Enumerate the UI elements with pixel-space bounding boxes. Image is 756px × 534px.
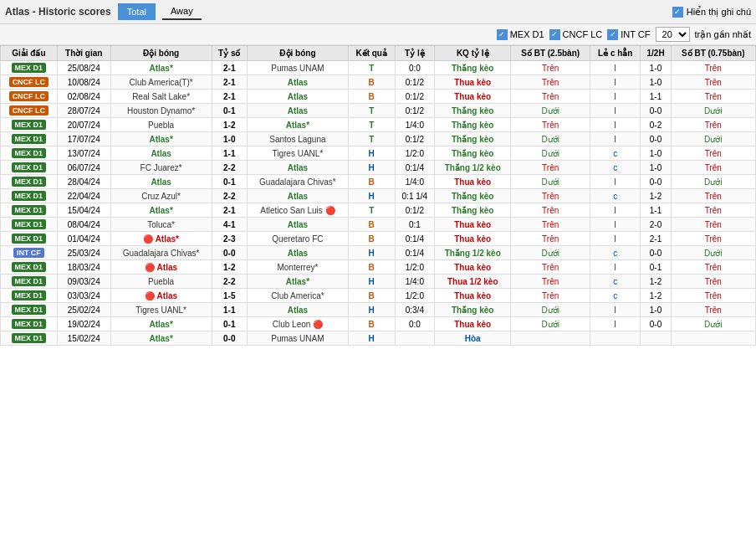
int-cf-checkbox[interactable]: ✓ — [607, 29, 618, 40]
cell-league: MEX D1 — [1, 146, 58, 161]
table-row: CNCF LC02/08/24Real Salt Lake*2-1AtlasB0… — [1, 90, 756, 104]
show-notes-toggle[interactable]: ✓ Hiển thị ghi chú — [672, 7, 751, 18]
cell-result: T — [348, 104, 395, 118]
cell-date: 28/04/24 — [57, 175, 110, 189]
count-select[interactable]: 20 10 30 — [656, 27, 690, 42]
cell-sobt: Trên — [511, 75, 590, 90]
table-row: MEX D113/07/24Atlas1-1Tigres UANL*H1/2:0… — [1, 146, 756, 161]
cell-team2: Atlas* — [248, 118, 349, 132]
show-notes-checkbox[interactable]: ✓ — [672, 7, 683, 18]
cell-league: MEX D1 — [1, 118, 58, 132]
cell-lechan: l — [590, 75, 641, 90]
cell-date: 10/08/24 — [57, 75, 110, 90]
cell-sobt — [511, 331, 590, 346]
cell-team1: Atlas* — [110, 317, 212, 331]
cell-sobt: Trên — [511, 90, 590, 104]
cell-odds: 1/4:0 — [395, 175, 434, 189]
cell-half: 1-0 — [641, 61, 671, 75]
cell-team2: Atlas — [248, 104, 349, 118]
cell-date: 15/02/24 — [57, 331, 110, 346]
mex-d1-checkbox[interactable]: ✓ — [497, 29, 508, 40]
cell-date: 19/02/24 — [57, 317, 110, 331]
cell-team1: FC Juarez* — [110, 161, 212, 175]
cell-date: 08/04/24 — [57, 218, 110, 232]
show-notes-label: Hiển thị ghi chú — [687, 7, 751, 18]
tab-away[interactable]: Away — [162, 3, 202, 20]
cell-sobt2: Dưới — [671, 246, 755, 260]
cell-team2: Santos Laguna — [248, 132, 349, 146]
cell-team1: Atlas* — [110, 61, 212, 75]
cell-team1: Puebla — [110, 275, 212, 289]
cell-score: 0-1 — [212, 317, 248, 331]
col-sobt: Số BT (2.5bàn) — [511, 46, 590, 61]
cell-result: H — [348, 275, 395, 289]
cell-sobt: Dưới — [511, 246, 590, 260]
cell-league: MEX D1 — [1, 331, 58, 346]
table-row: MEX D101/04/24🔴 Atlas*2-3Queretaro FCB0:… — [1, 232, 756, 246]
cell-team1: Houston Dynamo* — [110, 104, 212, 118]
cell-result: B — [348, 317, 395, 331]
cell-sobt: Trên — [511, 260, 590, 275]
cell-date: 06/07/24 — [57, 161, 110, 175]
filter-bar: ✓ MEX D1 ✓ CNCF LC ✓ INT CF 20 10 30 trậ… — [0, 24, 756, 45]
cell-half: 0-0 — [641, 104, 671, 118]
cell-league: MEX D1 — [1, 275, 58, 289]
cell-half: 0-0 — [641, 132, 671, 146]
cell-league: MEX D1 — [1, 203, 58, 218]
cell-kq: Thắng kèo — [435, 132, 511, 146]
cell-half — [641, 331, 671, 346]
cell-team1: 🔴 Atlas — [110, 260, 212, 275]
cell-league: MEX D1 — [1, 175, 58, 189]
cell-team2: Monterrey* — [248, 260, 349, 275]
cell-sobt2: Trên — [671, 118, 755, 132]
cell-sobt: Trên — [511, 275, 590, 289]
cell-odds: 0:1/2 — [395, 104, 434, 118]
cell-date: 03/03/24 — [57, 289, 110, 303]
filter-cncf-lc[interactable]: ✓ CNCF LC — [549, 29, 603, 40]
col-score: Tỷ số — [212, 46, 248, 61]
table-row: MEX D128/04/24Atlas0-1Guadalajara Chivas… — [1, 175, 756, 189]
cell-sobt: Dưới — [511, 132, 590, 146]
cell-league: MEX D1 — [1, 218, 58, 232]
cell-league: MEX D1 — [1, 61, 58, 75]
cell-lechan: l — [590, 203, 641, 218]
league-badge: MEX D1 — [12, 63, 47, 73]
col-half: 1/2H — [641, 46, 671, 61]
cell-lechan: l — [590, 317, 641, 331]
filter-int-cf[interactable]: ✓ INT CF — [607, 29, 650, 40]
cell-sobt2: Trên — [671, 303, 755, 317]
cell-team2: Atlas — [248, 90, 349, 104]
cell-team2: Atlas — [248, 75, 349, 90]
cell-score: 2-1 — [212, 90, 248, 104]
table-header: Giải đấu Thời gian Đội bóng Tỷ số Đội bó… — [1, 46, 756, 61]
table-body: MEX D125/08/24Atlas*2-1Pumas UNAMT0:0Thắ… — [1, 61, 756, 346]
cell-sobt: Trên — [511, 161, 590, 175]
cell-team2: Atlas — [248, 189, 349, 203]
cell-sobt: Trên — [511, 118, 590, 132]
cell-score: 1-5 — [212, 289, 248, 303]
cell-result: T — [348, 132, 395, 146]
cell-sobt2 — [671, 331, 755, 346]
cell-date: 25/08/24 — [57, 61, 110, 75]
tab-total[interactable]: Total — [118, 3, 156, 20]
filter-mex-d1[interactable]: ✓ MEX D1 — [497, 29, 544, 40]
league-badge: CNCF LC — [9, 105, 49, 116]
cell-team2: Atlas — [248, 161, 349, 175]
cell-date: 01/04/24 — [57, 232, 110, 246]
col-lechan: Lẻ c hẳn — [590, 46, 641, 61]
col-kq: KQ tỷ lệ — [435, 46, 511, 61]
cell-date: 09/03/24 — [57, 275, 110, 289]
cell-half: 1-1 — [641, 90, 671, 104]
table-row: MEX D122/04/24Cruz Azul*2-2AtlasH0:1 1/4… — [1, 189, 756, 203]
col-odds: Tỷ lệ — [395, 46, 434, 61]
cell-kq: Thua kèo — [435, 90, 511, 104]
cell-date: 25/03/24 — [57, 246, 110, 260]
cell-odds: 0:1/2 — [395, 75, 434, 90]
cell-date: 28/07/24 — [57, 104, 110, 118]
league-badge: MEX D1 — [12, 205, 47, 215]
cell-lechan: c — [590, 289, 641, 303]
cell-team2: Atlas — [248, 218, 349, 232]
cncf-lc-checkbox[interactable]: ✓ — [549, 29, 560, 40]
recent-label: trận gần nhất — [695, 29, 751, 40]
col-sobt2: Số BT (0.75bàn) — [671, 46, 755, 61]
